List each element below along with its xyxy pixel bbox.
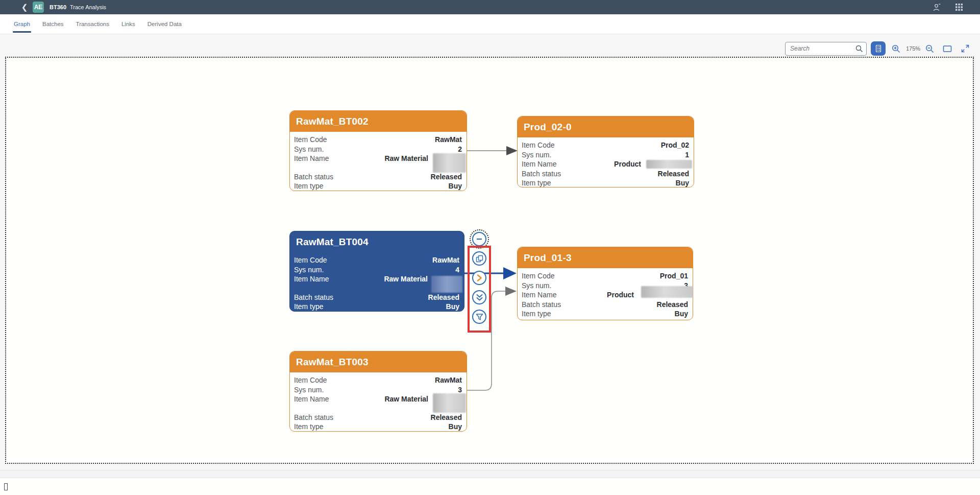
zoom-out-button[interactable] <box>924 43 935 54</box>
app-title: Trace Analysis <box>70 0 106 14</box>
graph-toolbar: 175% <box>785 41 970 56</box>
row-label: Sys num. <box>294 385 324 395</box>
copy-icon <box>476 255 483 263</box>
fit-view-button[interactable] <box>942 43 952 54</box>
tab-graph[interactable]: Graph <box>14 14 30 34</box>
product-name: BT360 <box>50 0 66 14</box>
row-label: Item type <box>294 302 324 312</box>
node-title: Prod_02-0 <box>518 116 694 137</box>
search-icon[interactable] <box>855 45 863 53</box>
row-label: Item Code <box>294 255 327 265</box>
node-title: RawMat_BT004 <box>290 231 464 252</box>
row-value: Buy <box>449 181 462 191</box>
row-value: RawMat <box>432 255 459 265</box>
row-label: Item type <box>522 178 551 188</box>
row-value: Buy <box>675 309 688 319</box>
row-label: Sys num. <box>522 150 551 160</box>
edge-bt002-to-prod02 <box>467 146 518 155</box>
row-label: Item Code <box>522 140 555 150</box>
search-input[interactable] <box>785 42 867 56</box>
row-label: Batch status <box>294 413 333 422</box>
tab-links[interactable]: Links <box>121 14 135 34</box>
row-value: 2 <box>458 145 462 154</box>
row-value: RawMat <box>435 135 462 145</box>
node-prod-02-0[interactable]: Prod_02-0 Item CodeProd_02 Sys num.1 Ite… <box>517 116 694 187</box>
user-settings-icon[interactable] <box>933 3 941 12</box>
row-value: Buy <box>446 302 459 312</box>
fit-view-icon <box>943 45 952 53</box>
filter-icon <box>476 313 483 321</box>
row-label: Item Name <box>294 394 329 404</box>
row-label: Batch status <box>294 293 333 302</box>
row-value: Raw Material <box>384 394 428 404</box>
row-label: Item type <box>522 309 551 319</box>
node-title: RawMat_BT003 <box>290 351 467 372</box>
app-logo-text: AE <box>34 4 43 11</box>
node-rawmat-bt004[interactable]: RawMat_BT004 Item CodeRawMat Sys num.4 I… <box>289 231 464 312</box>
filter-button[interactable] <box>472 310 486 324</box>
row-label: Item Name <box>294 274 329 284</box>
row-label: Sys num. <box>294 265 324 275</box>
node-title: RawMat_BT002 <box>290 111 467 132</box>
expand-all-icon <box>476 294 483 301</box>
node-prod-01-3[interactable]: Prod_01-3 Item CodeProd_01 Sys num.3 Ite… <box>517 247 693 320</box>
row-value: 1 <box>685 150 689 160</box>
fullscreen-button[interactable] <box>960 43 970 54</box>
row-label: Batch status <box>522 300 561 310</box>
row-value: Released <box>658 169 689 179</box>
row-value: Raw Material <box>384 154 428 163</box>
row-value: 4 <box>455 265 459 275</box>
node-rawmat-bt002[interactable]: RawMat_BT002 Item CodeRawMat Sys num.2 I… <box>289 110 467 191</box>
row-label: Item Name <box>522 159 556 169</box>
legend-button[interactable] <box>871 41 886 56</box>
row-label: Sys num. <box>294 145 324 154</box>
graph-canvas[interactable]: RawMat_BT002 Item CodeRawMat Sys num.2 I… <box>5 57 974 464</box>
row-label: Batch status <box>522 169 561 179</box>
node-rawmat-bt003[interactable]: RawMat_BT003 Item CodeRawMat Sys num.3 I… <box>289 351 467 432</box>
row-value: RawMat <box>435 375 462 385</box>
shellbar: ❮ AE BT360 Trace Analysis <box>0 0 980 14</box>
trace-analysis-page: ❮ AE BT360 Trace Analysis Graph Batches … <box>0 0 980 495</box>
legend-icon <box>874 44 883 53</box>
row-label: Item Name <box>294 154 329 163</box>
row-label: Batch status <box>294 172 333 182</box>
redacted-value <box>433 393 466 413</box>
node-title: Prod_01-3 <box>518 247 693 268</box>
row-label: Item type <box>294 422 324 432</box>
shellbar-actions <box>933 0 964 14</box>
tab-batches[interactable]: Batches <box>42 14 64 34</box>
row-value: Released <box>431 172 462 182</box>
app-logo[interactable]: AE <box>33 2 44 13</box>
row-label: Sys num. <box>522 281 551 291</box>
redacted-value <box>431 276 462 293</box>
redacted-value <box>433 153 466 173</box>
expand-all-button[interactable] <box>472 290 486 304</box>
back-icon[interactable]: ❮ <box>19 0 30 14</box>
search-box <box>785 42 867 56</box>
row-value: Prod_02 <box>661 140 689 150</box>
row-value: Released <box>428 293 459 302</box>
tab-derived-data[interactable]: Derived Data <box>148 14 182 34</box>
row-value: Released <box>431 413 462 422</box>
expand-right-button[interactable] <box>472 271 486 285</box>
row-label: Item Code <box>294 375 327 385</box>
copy-button[interactable] <box>472 251 486 266</box>
collapse-button[interactable] <box>472 232 486 246</box>
footer-bar <box>0 470 980 478</box>
zoom-level-label[interactable]: 175% <box>905 45 921 52</box>
app-grid-icon[interactable] <box>955 4 964 11</box>
zoom-in-button[interactable] <box>891 43 901 54</box>
row-value: Raw Material <box>384 274 428 284</box>
row-value: Released <box>657 300 688 310</box>
bottom-area <box>0 478 980 495</box>
row-value: Product <box>607 290 634 300</box>
fullscreen-icon <box>961 44 969 53</box>
row-label: Item type <box>294 181 324 191</box>
collapse-minus-icon <box>476 235 483 243</box>
row-label: Item Name <box>522 290 556 300</box>
row-value: Buy <box>676 178 689 188</box>
tab-transactions[interactable]: Transactions <box>76 14 109 34</box>
footer-placeholder-glyph <box>4 483 8 490</box>
zoom-in-icon <box>892 44 900 53</box>
row-label: Item Code <box>522 271 555 281</box>
